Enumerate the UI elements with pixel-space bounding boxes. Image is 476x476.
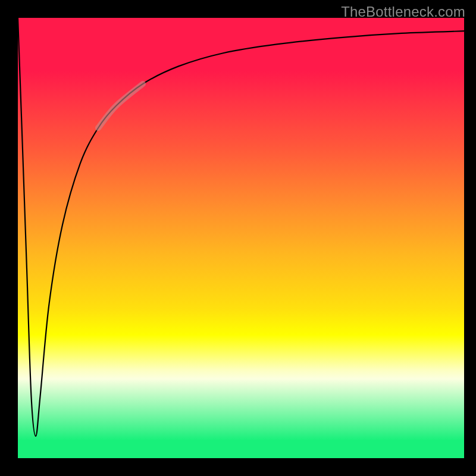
plot-background-gradient [18, 18, 464, 458]
chart-container: TheBottleneck.com [0, 0, 476, 476]
watermark-text: TheBottleneck.com [341, 4, 465, 20]
